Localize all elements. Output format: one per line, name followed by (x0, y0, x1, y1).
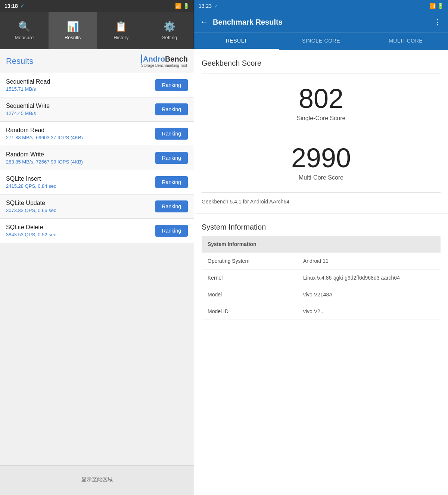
nav-history[interactable]: 📋 History (97, 12, 146, 49)
nav-setting-label: Setting (162, 35, 177, 40)
logo-bar (141, 55, 142, 63)
geekbench-version: Geekbench 5.4.1 for Android AArch64 (194, 193, 448, 214)
right-status-icons: 📶 🔋 (429, 3, 444, 9)
result-info-sqlite-delete: SQLite Delete 3843.53 QPS, 0.52 sec (6, 224, 56, 237)
right-battery-icon: 🔋 (437, 3, 444, 9)
logo-sub: Storage Benchmarking Tool (141, 63, 187, 68)
nav-measure-label: Measure (15, 35, 34, 40)
nav-measure[interactable]: 🔍 Measure (0, 12, 49, 49)
app-bar: ← Benchmark Results ⋮ (194, 12, 448, 32)
result-info-sqlite-update: SQLite Update 3073.83 QPS, 0.66 sec (6, 200, 56, 213)
results-title: Results (6, 56, 33, 66)
sys-table-header: System Information (202, 236, 441, 253)
sys-key-model-id: Model ID (202, 303, 297, 320)
multi-core-label: Multi-Core Score (202, 174, 441, 181)
result-value-6: 3843.53 QPS, 0.52 sec (6, 232, 56, 237)
right-signal-icon: 📶 (429, 3, 436, 9)
ranking-btn-4[interactable]: Ranking (155, 176, 188, 188)
app-bar-title: Benchmark Results (213, 18, 283, 27)
result-value-1: 1274.45 MB/s (6, 110, 50, 116)
ranking-btn-3[interactable]: Ranking (155, 152, 188, 164)
ranking-btn-2[interactable]: Ranking (155, 128, 188, 140)
right-verified-icon: ✓ (214, 3, 218, 9)
result-label-6: SQLite Delete (6, 224, 56, 231)
result-info-sequential-write: Sequential Write 1274.45 MB/s (6, 103, 50, 116)
logo-main: AndroBench (143, 55, 188, 63)
androbench-logo: AndroBench Storage Benchmarking Tool (141, 55, 188, 68)
measure-icon: 🔍 (18, 21, 30, 32)
result-value-0: 1515.71 MB/s (6, 86, 50, 92)
left-time: 13:18 (4, 3, 18, 9)
bottom-bar: 显示至此区域 (0, 465, 194, 495)
left-status-icons: 📶 🔋 (175, 3, 189, 9)
single-core-score: 802 (202, 85, 441, 112)
result-row-sqlite-insert: SQLite Insert 2415.28 QPS, 0.84 sec Rank… (0, 170, 194, 194)
app-bar-left: ← Benchmark Results (200, 17, 283, 27)
battery-icon: 🔋 (183, 3, 189, 9)
result-row-random-write: Random Write 283.85 MB/s, 72667.99 IOPS … (0, 146, 194, 170)
sys-key-model: Model (202, 286, 297, 303)
ranking-btn-5[interactable]: Ranking (155, 200, 188, 212)
right-status-bar: 13:23 ✓ 📶 🔋 (194, 0, 448, 12)
nav-results-label: Results (65, 35, 81, 40)
sys-value-os: Android 11 (297, 253, 441, 270)
content-area: Geekbench Score 802 Single-Core Score 29… (194, 50, 448, 495)
sys-row-os: Operating System Android 11 (202, 253, 441, 270)
nav-history-label: History (113, 35, 128, 40)
sys-table: System Information Operating System Andr… (202, 236, 441, 320)
sys-row-kernel: Kernel Linux 5.4.86-qgki-g9d2ff6d968d3 a… (202, 270, 441, 286)
single-core-label: Single-Core Score (202, 115, 441, 122)
result-info-random-write: Random Write 283.85 MB/s, 72667.99 IOPS … (6, 151, 83, 165)
sys-row-model: Model vivo V2148A (202, 286, 441, 303)
result-label-4: SQLite Insert (6, 175, 56, 182)
results-icon: 📊 (67, 21, 79, 32)
result-label-1: Sequential Write (6, 103, 50, 109)
nav-results[interactable]: 📊 Results (49, 12, 97, 49)
sys-value-kernel: Linux 5.4.86-qgki-g9d2ff6d968d3 aarch64 (297, 270, 441, 286)
right-time: 13:23 (199, 3, 212, 9)
signal-icon: 📶 (175, 3, 181, 9)
result-row-sqlite-update: SQLite Update 3073.83 QPS, 0.66 sec Rank… (0, 194, 194, 219)
back-button[interactable]: ← (200, 17, 208, 27)
bottom-text: 显示至此区域 (75, 476, 119, 483)
ranking-btn-1[interactable]: Ranking (155, 103, 188, 115)
left-panel: 13:18 ✓ 📶 🔋 🔍 Measure 📊 Results 📋 Histor… (0, 0, 194, 495)
sys-row-model-id: Model ID vivo V2... (202, 303, 441, 320)
result-value-5: 3073.83 QPS, 0.66 sec (6, 208, 56, 213)
result-label-5: SQLite Update (6, 200, 56, 206)
result-label-0: Sequential Read (6, 78, 50, 85)
ranking-btn-6[interactable]: Ranking (155, 225, 188, 237)
tab-bar: RESULT SINGLE-CORE MULTI-CORE (194, 32, 448, 50)
left-status-bar: 13:18 ✓ 📶 🔋 (0, 0, 194, 12)
result-value-2: 271.88 MB/s, 69603.37 IOPS (4KB) (6, 135, 83, 140)
result-value-3: 283.85 MB/s, 72667.99 IOPS (4KB) (6, 159, 83, 165)
right-panel: 13:23 ✓ 📶 🔋 ← Benchmark Results ⋮ RESULT… (194, 0, 448, 495)
result-info-random-read: Random Read 271.88 MB/s, 69603.37 IOPS (… (6, 127, 83, 140)
result-value-4: 2415.28 QPS, 0.84 sec (6, 183, 56, 189)
multi-core-score: 2990 (202, 144, 441, 171)
sys-value-model: vivo V2148A (297, 286, 441, 303)
left-verified-icon: ✓ (20, 3, 25, 9)
nav-setting[interactable]: ⚙️ Setting (145, 12, 194, 49)
result-info-sequential-read: Sequential Read 1515.71 MB/s (6, 78, 50, 92)
nav-bar: 🔍 Measure 📊 Results 📋 History ⚙️ Setting (0, 12, 194, 49)
sys-key-kernel: Kernel (202, 270, 297, 286)
result-info-sqlite-insert: SQLite Insert 2415.28 QPS, 0.84 sec (6, 175, 56, 189)
history-icon: 📋 (115, 21, 127, 32)
more-menu-button[interactable]: ⋮ (433, 17, 442, 27)
result-row-random-read: Random Read 271.88 MB/s, 69603.37 IOPS (… (0, 122, 194, 146)
tab-multi-core[interactable]: MULTI-CORE (363, 32, 448, 50)
result-row-sequential-read: Sequential Read 1515.71 MB/s Ranking (0, 73, 194, 97)
sys-key-os: Operating System (202, 253, 297, 270)
tab-result[interactable]: RESULT (194, 32, 279, 50)
ranking-btn-0[interactable]: Ranking (155, 79, 188, 91)
tab-single-core[interactable]: SINGLE-CORE (279, 32, 364, 50)
sys-value-model-id: vivo V2... (297, 303, 441, 320)
result-row-sequential-write: Sequential Write 1274.45 MB/s Ranking (0, 97, 194, 122)
setting-icon: ⚙️ (164, 21, 175, 32)
geekbench-score-title: Geekbench Score (194, 50, 448, 74)
single-core-block: 802 Single-Core Score (194, 74, 448, 133)
results-header: Results AndroBench Storage Benchmarking … (0, 49, 194, 73)
result-label-2: Random Read (6, 127, 83, 134)
result-label-3: Random Write (6, 151, 83, 158)
